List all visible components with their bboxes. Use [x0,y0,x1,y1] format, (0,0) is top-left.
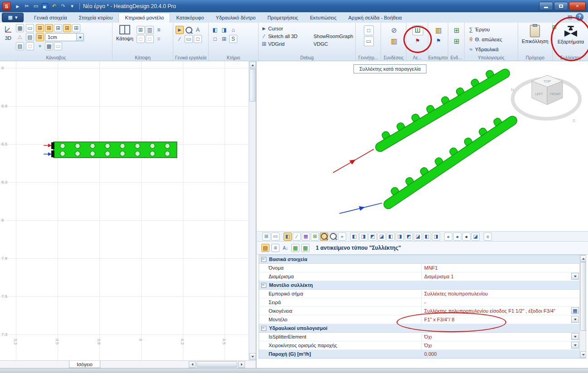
prop-value[interactable]: Διαμέρισμα 1 [421,272,579,281]
app-menu-button[interactable]: ▦ ▾ [2,13,24,22]
scroll-thumb[interactable] [250,69,256,102]
plan-align-icon[interactable]: □ [146,35,154,43]
slab-icon[interactable]: ◧ [211,26,219,34]
scroll-down-button[interactable] [250,353,256,360]
scroll-down-button[interactable] [580,351,586,358]
scroll-up-button[interactable] [580,255,586,262]
properties-toggle-icon[interactable]: ▤ [261,244,270,252]
dropdown-button[interactable] [571,333,579,340]
section-montelo-syllekti[interactable]: Μοντέλο συλλέκτη [259,281,579,290]
text-tool-icon[interactable]: A [194,26,202,34]
grid-show-icon[interactable]: ⊞ [45,24,53,32]
scissors-icon[interactable]: ✂ [23,2,31,10]
view-iso-sw-icon[interactable]: ◨ [432,233,440,241]
floor-tab-isogeio[interactable]: Ισόγειο [69,361,100,368]
roof-icon[interactable]: ⌂ [229,26,237,34]
heat-pump-icon[interactable]: ▭ [364,36,374,46]
plan-pair-icon[interactable]: □ [137,35,145,43]
refresh-icon[interactable]: + [36,42,44,50]
scroll-thumb[interactable] [580,262,586,331]
collapse-icon[interactable] [261,283,266,288]
plan-new-icon[interactable]: ⊞ [137,26,145,34]
debug-sketch-all-3d[interactable]: Sketch all 3D [268,34,314,39]
close-button[interactable]: × [569,2,586,10]
prop-value[interactable]: Όχι [421,341,579,349]
help-icon[interactable]: ? [576,13,583,21]
grid-lock-icon[interactable]: ⊞ [54,24,62,32]
view-iso-ne-icon[interactable]: ◩ [405,233,413,241]
propgrid-scrollbar[interactable] [579,255,586,358]
view-back-icon[interactable]: ◨ [396,233,404,241]
calc-th-apoleies[interactable]: Θ. απώλειες [475,37,517,42]
manifold-2d[interactable] [42,137,184,165]
sketch-mode-icon[interactable]: ∕ [293,233,301,241]
plan-vertical-scrollbar[interactable] [249,61,255,360]
fit-extents-icon[interactable]: ⊞ [262,233,270,241]
view-top-icon[interactable]: ◧ [350,233,358,241]
dropdown-button[interactable] [571,342,579,349]
katopsi-button[interactable]: Κάτοψη [115,24,135,42]
view-left-icon[interactable]: ◩ [368,233,377,241]
family-picker-button[interactable]: ▦ [571,307,579,314]
scroll-right-button[interactable] [238,361,245,368]
debug-cursor[interactable]: Cursor [268,26,314,31]
scroll-left-button[interactable] [189,361,196,368]
maximize-button[interactable] [554,2,568,10]
radiator-connection-icon[interactable]: ▥ [389,36,399,46]
pointer-icon[interactable]: ► [14,2,22,10]
debug-showroomgraph[interactable]: ShowRoomGraph [314,34,361,39]
wall-icon[interactable]: ◨ [220,26,228,34]
tab-prometriseis[interactable]: Προμετρήσεις [261,13,304,23]
scroll-up-button[interactable] [250,62,256,68]
app-logo-icon[interactable]: S [2,2,11,10]
page-icon[interactable]: □ [26,42,34,50]
plan-options-icon[interactable]: ≡ [155,35,163,43]
rect-tool-icon[interactable]: □ [194,35,202,43]
save-icon[interactable] [41,2,49,10]
shade-flat-icon[interactable]: ● [453,233,461,241]
zoom-out-icon[interactable] [329,233,337,241]
view-bottom-icon[interactable]: ◨ [359,233,368,241]
grid-scale-combobox[interactable]: 1cm [45,33,84,41]
boiler-icon[interactable]: □ [364,25,374,35]
nav-cube[interactable]: TOP LEFT FRONT N S [511,75,580,123]
sort-az-icon[interactable]: A↓ [281,244,289,252]
prop-value[interactable]: F1" x F3/4"/ 8 [421,315,579,324]
select-cursor-icon[interactable]: ► [176,26,184,34]
prop-value[interactable]: Συλλέκτες πολυπροπυλενίου [421,290,579,298]
grid-config-icon[interactable]: ⊞ [72,24,80,32]
flag-icon[interactable]: ⚑ [413,36,423,45]
qat-dropdown-icon[interactable]: ▾ [68,2,76,10]
document-icon[interactable]: ▤ [566,13,573,20]
tab-arxiki-selida-voitheia[interactable]: Αρχική σελίδα - Βοήθεια [343,13,408,23]
debug-vdgc[interactable]: VDGC [314,41,361,47]
table-add-icon[interactable]: ▦ [291,244,299,252]
pan-icon[interactable]: + [338,233,346,241]
hscroll-thumb[interactable] [196,361,237,368]
open-icon[interactable]: ▭ [32,2,40,10]
grid-size-icon[interactable]: ⊞ [36,33,44,41]
section-basika-stoixeia[interactable]: Βασικά στοιχεία [259,255,579,264]
debug-vdgrid[interactable]: VDGrid [268,41,314,47]
undo-icon[interactable]: ↶ [50,2,58,10]
prop-value[interactable]: Όχι [421,333,579,341]
zoom-in-icon[interactable] [320,233,328,241]
render-style-icon[interactable]: ◧ [284,233,292,241]
view-3d-canvas[interactable]: Συλλέκτης κατά παραγγελία TOP LEFT FRONT… [257,61,588,231]
object-list-icon[interactable]: ≡ [484,233,492,241]
zoom-icon[interactable] [185,26,193,34]
calc-ergou[interactable]: Έργου [475,27,517,32]
print-icon[interactable]: ▤ [26,33,34,41]
warning-icon[interactable]: ⚠ [16,33,24,41]
prop-value[interactable]: - [421,298,579,306]
exartimata-button[interactable]: Εξαρτήματα [555,24,587,45]
view-iso-nw-icon[interactable]: ◪ [414,233,422,241]
view-iso-se-icon[interactable]: ◧ [423,233,431,241]
room-icon[interactable]: □ [211,35,219,43]
prop-value[interactable]: MNF1 [421,264,579,272]
copy-icon[interactable]: ▭ [26,24,34,32]
manifold-tool-icon[interactable]: Ш [412,25,423,35]
shade-material-icon[interactable]: ◪ [471,233,480,241]
no-connection-icon[interactable]: ⊘ [389,25,399,35]
window-zoom-icon[interactable]: ▭ [271,233,279,241]
